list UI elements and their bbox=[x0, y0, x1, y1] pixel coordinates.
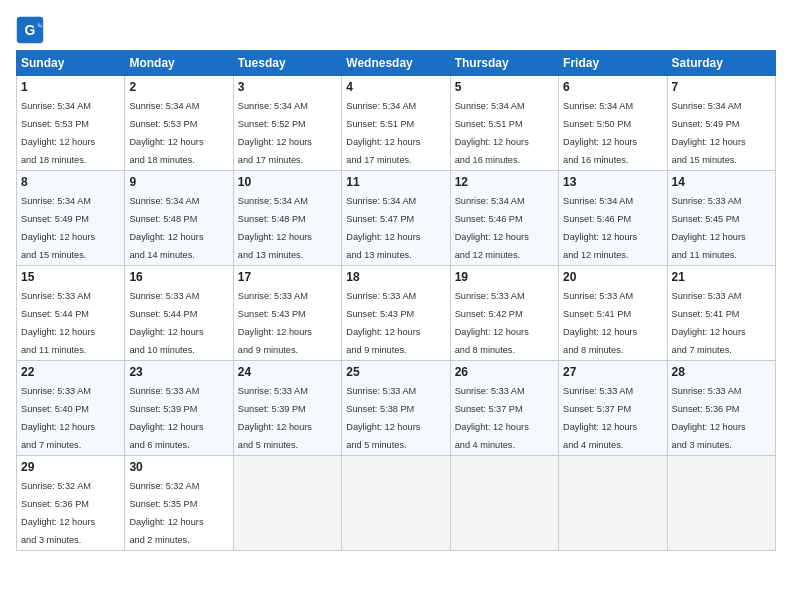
header-thursday: Thursday bbox=[450, 51, 558, 76]
calendar-cell: 17 Sunrise: 5:33 AMSunset: 5:43 PMDaylig… bbox=[233, 266, 341, 361]
logo-icon: G bbox=[16, 16, 44, 44]
day-number: 22 bbox=[21, 365, 120, 379]
day-number: 8 bbox=[21, 175, 120, 189]
calendar-cell: 30 Sunrise: 5:32 AMSunset: 5:35 PMDaylig… bbox=[125, 456, 233, 551]
calendar-table: Sunday Monday Tuesday Wednesday Thursday… bbox=[16, 50, 776, 551]
day-info: Sunrise: 5:32 AMSunset: 5:35 PMDaylight:… bbox=[129, 481, 203, 545]
day-info: Sunrise: 5:34 AMSunset: 5:49 PMDaylight:… bbox=[672, 101, 746, 165]
header-sunday: Sunday bbox=[17, 51, 125, 76]
day-number: 18 bbox=[346, 270, 445, 284]
calendar-cell: 1 Sunrise: 5:34 AMSunset: 5:53 PMDayligh… bbox=[17, 76, 125, 171]
day-info: Sunrise: 5:34 AMSunset: 5:46 PMDaylight:… bbox=[455, 196, 529, 260]
calendar-cell: 15 Sunrise: 5:33 AMSunset: 5:44 PMDaylig… bbox=[17, 266, 125, 361]
calendar-cell: 2 Sunrise: 5:34 AMSunset: 5:53 PMDayligh… bbox=[125, 76, 233, 171]
day-number: 15 bbox=[21, 270, 120, 284]
header-tuesday: Tuesday bbox=[233, 51, 341, 76]
calendar-cell: 10 Sunrise: 5:34 AMSunset: 5:48 PMDaylig… bbox=[233, 171, 341, 266]
calendar-cell: 3 Sunrise: 5:34 AMSunset: 5:52 PMDayligh… bbox=[233, 76, 341, 171]
header: G bbox=[16, 12, 776, 44]
weekday-header-row: Sunday Monday Tuesday Wednesday Thursday… bbox=[17, 51, 776, 76]
calendar-cell: 13 Sunrise: 5:34 AMSunset: 5:46 PMDaylig… bbox=[559, 171, 667, 266]
calendar-cell: 21 Sunrise: 5:33 AMSunset: 5:41 PMDaylig… bbox=[667, 266, 775, 361]
day-number: 23 bbox=[129, 365, 228, 379]
day-info: Sunrise: 5:32 AMSunset: 5:36 PMDaylight:… bbox=[21, 481, 95, 545]
calendar-cell: 12 Sunrise: 5:34 AMSunset: 5:46 PMDaylig… bbox=[450, 171, 558, 266]
day-info: Sunrise: 5:33 AMSunset: 5:45 PMDaylight:… bbox=[672, 196, 746, 260]
day-info: Sunrise: 5:34 AMSunset: 5:52 PMDaylight:… bbox=[238, 101, 312, 165]
calendar-week-1: 1 Sunrise: 5:34 AMSunset: 5:53 PMDayligh… bbox=[17, 76, 776, 171]
day-number: 11 bbox=[346, 175, 445, 189]
day-info: Sunrise: 5:34 AMSunset: 5:47 PMDaylight:… bbox=[346, 196, 420, 260]
day-number: 1 bbox=[21, 80, 120, 94]
day-number: 27 bbox=[563, 365, 662, 379]
day-number: 26 bbox=[455, 365, 554, 379]
day-number: 4 bbox=[346, 80, 445, 94]
logo: G bbox=[16, 16, 46, 44]
calendar-cell: 26 Sunrise: 5:33 AMSunset: 5:37 PMDaylig… bbox=[450, 361, 558, 456]
day-info: Sunrise: 5:33 AMSunset: 5:41 PMDaylight:… bbox=[563, 291, 637, 355]
day-number: 12 bbox=[455, 175, 554, 189]
calendar-cell: 8 Sunrise: 5:34 AMSunset: 5:49 PMDayligh… bbox=[17, 171, 125, 266]
day-info: Sunrise: 5:34 AMSunset: 5:49 PMDaylight:… bbox=[21, 196, 95, 260]
day-info: Sunrise: 5:33 AMSunset: 5:40 PMDaylight:… bbox=[21, 386, 95, 450]
calendar-cell: 29 Sunrise: 5:32 AMSunset: 5:36 PMDaylig… bbox=[17, 456, 125, 551]
day-info: Sunrise: 5:33 AMSunset: 5:36 PMDaylight:… bbox=[672, 386, 746, 450]
day-info: Sunrise: 5:34 AMSunset: 5:48 PMDaylight:… bbox=[129, 196, 203, 260]
calendar-cell bbox=[450, 456, 558, 551]
calendar-cell: 14 Sunrise: 5:33 AMSunset: 5:45 PMDaylig… bbox=[667, 171, 775, 266]
day-number: 10 bbox=[238, 175, 337, 189]
calendar-cell: 28 Sunrise: 5:33 AMSunset: 5:36 PMDaylig… bbox=[667, 361, 775, 456]
day-number: 2 bbox=[129, 80, 228, 94]
header-saturday: Saturday bbox=[667, 51, 775, 76]
day-number: 5 bbox=[455, 80, 554, 94]
day-info: Sunrise: 5:33 AMSunset: 5:44 PMDaylight:… bbox=[21, 291, 95, 355]
calendar-week-5: 29 Sunrise: 5:32 AMSunset: 5:36 PMDaylig… bbox=[17, 456, 776, 551]
calendar-cell: 20 Sunrise: 5:33 AMSunset: 5:41 PMDaylig… bbox=[559, 266, 667, 361]
day-info: Sunrise: 5:33 AMSunset: 5:38 PMDaylight:… bbox=[346, 386, 420, 450]
day-info: Sunrise: 5:34 AMSunset: 5:46 PMDaylight:… bbox=[563, 196, 637, 260]
calendar-week-3: 15 Sunrise: 5:33 AMSunset: 5:44 PMDaylig… bbox=[17, 266, 776, 361]
calendar-cell: 11 Sunrise: 5:34 AMSunset: 5:47 PMDaylig… bbox=[342, 171, 450, 266]
day-info: Sunrise: 5:34 AMSunset: 5:48 PMDaylight:… bbox=[238, 196, 312, 260]
calendar-cell bbox=[233, 456, 341, 551]
day-number: 16 bbox=[129, 270, 228, 284]
day-number: 25 bbox=[346, 365, 445, 379]
day-number: 14 bbox=[672, 175, 771, 189]
day-info: Sunrise: 5:34 AMSunset: 5:51 PMDaylight:… bbox=[455, 101, 529, 165]
day-info: Sunrise: 5:34 AMSunset: 5:51 PMDaylight:… bbox=[346, 101, 420, 165]
day-number: 24 bbox=[238, 365, 337, 379]
calendar-cell: 22 Sunrise: 5:33 AMSunset: 5:40 PMDaylig… bbox=[17, 361, 125, 456]
day-number: 7 bbox=[672, 80, 771, 94]
calendar-cell: 25 Sunrise: 5:33 AMSunset: 5:38 PMDaylig… bbox=[342, 361, 450, 456]
calendar-cell: 6 Sunrise: 5:34 AMSunset: 5:50 PMDayligh… bbox=[559, 76, 667, 171]
calendar-cell: 16 Sunrise: 5:33 AMSunset: 5:44 PMDaylig… bbox=[125, 266, 233, 361]
day-info: Sunrise: 5:33 AMSunset: 5:39 PMDaylight:… bbox=[238, 386, 312, 450]
day-number: 30 bbox=[129, 460, 228, 474]
calendar-week-2: 8 Sunrise: 5:34 AMSunset: 5:49 PMDayligh… bbox=[17, 171, 776, 266]
day-info: Sunrise: 5:33 AMSunset: 5:41 PMDaylight:… bbox=[672, 291, 746, 355]
day-info: Sunrise: 5:33 AMSunset: 5:39 PMDaylight:… bbox=[129, 386, 203, 450]
calendar-cell: 18 Sunrise: 5:33 AMSunset: 5:43 PMDaylig… bbox=[342, 266, 450, 361]
page: G Sunday Monday Tuesday Wednesday Thursd… bbox=[0, 0, 792, 612]
day-number: 9 bbox=[129, 175, 228, 189]
day-info: Sunrise: 5:34 AMSunset: 5:53 PMDaylight:… bbox=[129, 101, 203, 165]
day-number: 17 bbox=[238, 270, 337, 284]
day-info: Sunrise: 5:33 AMSunset: 5:37 PMDaylight:… bbox=[455, 386, 529, 450]
day-number: 29 bbox=[21, 460, 120, 474]
day-number: 19 bbox=[455, 270, 554, 284]
day-info: Sunrise: 5:33 AMSunset: 5:37 PMDaylight:… bbox=[563, 386, 637, 450]
header-friday: Friday bbox=[559, 51, 667, 76]
calendar-cell bbox=[342, 456, 450, 551]
day-number: 13 bbox=[563, 175, 662, 189]
day-number: 3 bbox=[238, 80, 337, 94]
calendar-cell: 9 Sunrise: 5:34 AMSunset: 5:48 PMDayligh… bbox=[125, 171, 233, 266]
day-number: 6 bbox=[563, 80, 662, 94]
calendar-cell: 5 Sunrise: 5:34 AMSunset: 5:51 PMDayligh… bbox=[450, 76, 558, 171]
calendar-cell: 4 Sunrise: 5:34 AMSunset: 5:51 PMDayligh… bbox=[342, 76, 450, 171]
calendar-cell: 23 Sunrise: 5:33 AMSunset: 5:39 PMDaylig… bbox=[125, 361, 233, 456]
day-info: Sunrise: 5:34 AMSunset: 5:53 PMDaylight:… bbox=[21, 101, 95, 165]
svg-text:G: G bbox=[25, 22, 36, 38]
day-number: 28 bbox=[672, 365, 771, 379]
day-info: Sunrise: 5:34 AMSunset: 5:50 PMDaylight:… bbox=[563, 101, 637, 165]
day-info: Sunrise: 5:33 AMSunset: 5:43 PMDaylight:… bbox=[238, 291, 312, 355]
